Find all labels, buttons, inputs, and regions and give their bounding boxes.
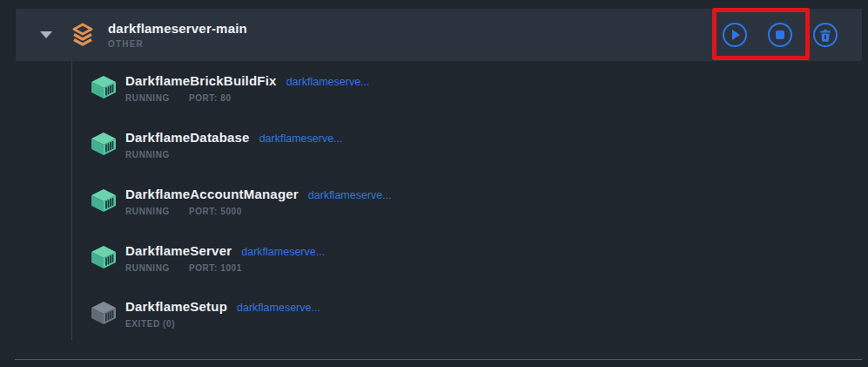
container-name: DarkflameAccountManager xyxy=(125,187,299,201)
delete-stack-button[interactable] xyxy=(813,23,838,47)
container-port: PORT: 1001 xyxy=(189,263,242,273)
footer-band xyxy=(0,360,868,367)
stack-title: darkflameserver-main xyxy=(108,21,247,37)
stack-subtitle: OTHER xyxy=(108,39,247,49)
container-status: RUNNING xyxy=(125,207,170,216)
container-name: DarkflameBrickBuildFix xyxy=(125,73,277,88)
container-cube-icon xyxy=(90,245,118,269)
container-status: EXITED (0) xyxy=(125,319,175,329)
container-row[interactable]: DarkflameBrickBuildFix darkflameserve...… xyxy=(90,73,370,103)
container-link[interactable]: darkflameserve... xyxy=(237,302,320,314)
container-cube-icon xyxy=(90,132,118,156)
play-icon xyxy=(732,30,740,40)
container-status: RUNNING xyxy=(125,93,170,103)
stop-icon xyxy=(776,31,784,39)
stop-stack-button[interactable] xyxy=(768,23,792,47)
container-link[interactable]: darkflameserve... xyxy=(259,133,343,145)
start-stack-button[interactable] xyxy=(723,23,747,47)
layers-stack-icon xyxy=(70,22,96,48)
container-name: DarkflameDatabase xyxy=(125,130,250,145)
tree-connector-line xyxy=(71,61,72,340)
container-row[interactable]: DarkflameDatabase darkflameserve... RUNN… xyxy=(90,130,343,160)
container-row[interactable]: DarkflameServer darkflameserve... RUNNIN… xyxy=(90,243,325,273)
container-link[interactable]: darkflameserve... xyxy=(286,76,370,88)
stack-actions xyxy=(723,23,838,47)
container-status: RUNNING xyxy=(125,263,170,273)
trash-icon xyxy=(819,29,831,42)
collapse-toggle[interactable] xyxy=(26,31,66,38)
stack-header: darkflameserver-main OTHER xyxy=(16,9,862,61)
container-link[interactable]: darkflameserve... xyxy=(308,189,392,201)
container-name: DarkflameSetup xyxy=(125,299,227,314)
container-port: PORT: 80 xyxy=(189,93,232,103)
container-port: PORT: 5000 xyxy=(189,207,242,216)
chevron-down-icon xyxy=(40,31,52,38)
container-link[interactable]: darkflameserve... xyxy=(241,246,325,258)
container-cube-icon xyxy=(90,188,118,213)
container-status: RUNNING xyxy=(125,150,170,160)
container-cube-icon xyxy=(90,75,118,99)
container-row[interactable]: DarkflameSetup darkflameserve... EXITED … xyxy=(90,299,320,329)
container-row[interactable]: DarkflameAccountManager darkflameserve..… xyxy=(90,187,392,216)
container-name: DarkflameServer xyxy=(125,243,232,258)
container-cube-icon xyxy=(90,301,118,325)
